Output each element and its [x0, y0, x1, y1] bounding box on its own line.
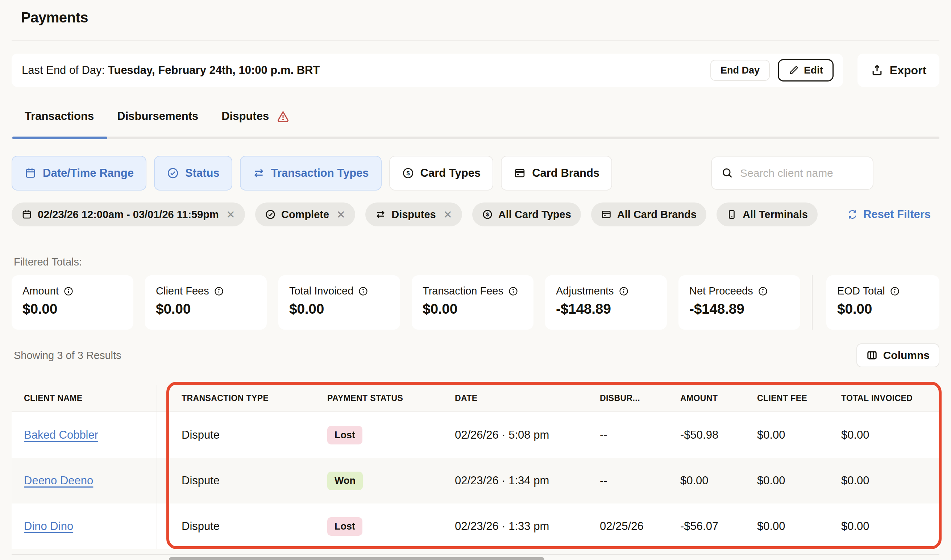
total-value: -$148.89 [689, 301, 800, 317]
check-circle-icon [265, 209, 276, 220]
total-value: $0.00 [837, 301, 939, 317]
tab-underline-track [12, 137, 939, 139]
info-icon[interactable] [63, 286, 74, 296]
status-badge: Won [327, 472, 363, 490]
columns-button[interactable]: Columns [856, 343, 939, 367]
info-icon[interactable] [214, 286, 224, 296]
filter-status-button[interactable]: Status [154, 156, 232, 191]
search-icon [721, 167, 734, 179]
client-fee-cell: $0.00 [745, 458, 829, 503]
payments-screen: Payments Last End of Day: Tuesday, Febru… [0, 0, 951, 560]
edit-button-label: Edit [804, 65, 823, 76]
total-card-total-invoiced: Total Invoiced $0.00 [278, 275, 400, 330]
reset-filters-link[interactable]: Reset Filters [847, 208, 931, 221]
transaction-type-cell: Dispute [157, 503, 315, 549]
filter-transaction-types-button[interactable]: Transaction Types [240, 156, 382, 191]
date-cell: 02/23/26 · 1:34 pm [442, 458, 587, 503]
totals-divider [812, 275, 812, 330]
date-cell: 02/26/26 · 5:08 pm [442, 412, 587, 458]
info-icon[interactable] [890, 286, 900, 296]
filter-date-time-range-button[interactable]: Date/Time Range [12, 156, 146, 191]
columns-icon [866, 349, 878, 361]
total-value: $0.00 [289, 301, 400, 317]
total-value: $0.00 [422, 301, 533, 317]
disbursement-cell: -- [587, 458, 668, 503]
chip-all-card-types[interactable]: $ All Card Types [472, 203, 581, 226]
info-icon[interactable] [758, 286, 768, 296]
total-invoiced-cell: $0.00 [829, 458, 939, 503]
status-badge: Lost [327, 517, 362, 536]
disbursement-cell: 02/25/26 [587, 503, 668, 549]
dollar-circle-icon: $ [482, 209, 493, 220]
pencil-icon [788, 65, 799, 76]
chip-all-terminals[interactable]: All Terminals [717, 203, 818, 226]
export-button[interactable]: Export [857, 54, 939, 87]
status-badge: Lost [327, 426, 362, 445]
swap-arrows-icon [375, 209, 386, 220]
close-icon[interactable]: ✕ [443, 208, 452, 221]
amount-cell: $0.00 [668, 458, 745, 503]
credit-card-icon [513, 167, 526, 179]
filter-card-brands-button[interactable]: Card Brands [501, 156, 612, 191]
info-icon[interactable] [508, 286, 518, 296]
total-card-client-fees: Client Fees $0.00 [145, 275, 267, 330]
export-button-label: Export [890, 64, 926, 77]
search-input[interactable] [740, 167, 863, 179]
client-name-link[interactable]: Dino Dino [24, 520, 73, 533]
chip-date-range[interactable]: 02/23/26 12:00am - 03/01/26 11:59pm ✕ [12, 203, 245, 226]
page-title: Payments [21, 9, 939, 26]
total-value: $0.00 [156, 301, 267, 317]
column-header-disbursement[interactable]: DISBUR... [587, 385, 668, 411]
refresh-icon [847, 209, 858, 220]
title-bar: Payments [12, 0, 939, 41]
dollar-circle-icon: $ [402, 167, 414, 179]
chip-disputes[interactable]: Disputes ✕ [365, 203, 462, 226]
active-tab-indicator [12, 137, 107, 139]
client-fee-cell: $0.00 [745, 503, 829, 549]
info-icon[interactable] [358, 286, 368, 296]
column-header-client-name[interactable]: CLIENT NAME [12, 385, 157, 411]
svg-text:$: $ [486, 212, 489, 217]
column-header-total-invoiced[interactable]: TOTAL INVOICED [829, 385, 939, 411]
total-card-transaction-fees: Transaction Fees $0.00 [412, 275, 533, 330]
last-end-of-day-text: Last End of Day: Tuesday, February 24th,… [22, 64, 320, 77]
tab-disbursements[interactable]: Disbursements [117, 109, 198, 137]
total-invoiced-cell: $0.00 [829, 412, 939, 458]
total-value: -$148.89 [556, 301, 667, 317]
info-icon[interactable] [619, 286, 629, 296]
terminal-icon [726, 209, 737, 220]
transaction-type-cell: Dispute [157, 412, 315, 458]
chip-complete[interactable]: Complete ✕ [255, 203, 355, 226]
client-search [711, 157, 874, 190]
last-end-of-day-value: Tuesday, February 24th, 10:00 p.m. BRT [108, 64, 320, 77]
transaction-type-cell: Dispute [157, 458, 315, 503]
tab-disputes[interactable]: Disputes [222, 109, 290, 137]
end-day-button[interactable]: End Day [711, 60, 770, 81]
total-invoiced-cell: $0.00 [829, 503, 939, 549]
horizontal-scrollbar-thumb[interactable] [169, 557, 544, 560]
filter-card-types-button[interactable]: $ Card Types [389, 156, 493, 191]
tab-transactions[interactable]: Transactions [25, 109, 94, 137]
total-card-eod-total: EOD Total $0.00 [826, 275, 939, 330]
column-header-date[interactable]: DATE [442, 385, 587, 411]
client-name-link[interactable]: Deeno Deeno [24, 474, 93, 487]
client-fee-cell: $0.00 [745, 412, 829, 458]
date-cell: 02/23/26 · 1:33 pm [442, 503, 587, 549]
amount-cell: -$50.98 [668, 412, 745, 458]
column-header-amount[interactable]: AMOUNT [668, 385, 745, 411]
end-of-day-bar: Last End of Day: Tuesday, February 24th,… [12, 54, 843, 87]
close-icon[interactable]: ✕ [226, 208, 235, 221]
chip-all-card-brands[interactable]: All Card Brands [591, 203, 706, 226]
check-circle-icon [167, 167, 179, 179]
swap-arrows-icon [253, 167, 265, 179]
client-name-link[interactable]: Baked Cobbler [24, 429, 98, 442]
column-header-client-fee[interactable]: CLIENT FEE [745, 385, 829, 411]
calendar-icon [24, 167, 37, 179]
column-header-transaction-type[interactable]: TRANSACTION TYPE [157, 385, 315, 411]
column-header-payment-status[interactable]: PAYMENT STATUS [315, 385, 442, 411]
total-card-net-proceeds: Net Proceeds -$148.89 [678, 275, 800, 330]
total-value: $0.00 [23, 301, 133, 317]
edit-button[interactable]: Edit [778, 59, 834, 82]
filtered-totals-heading: Filtered Totals: [12, 256, 939, 268]
close-icon[interactable]: ✕ [336, 208, 345, 221]
